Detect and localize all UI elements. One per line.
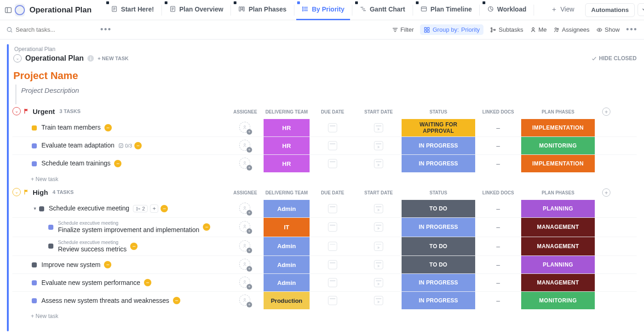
task-main[interactable]: Schedule executive meetingFinalize syste… (12, 218, 227, 237)
status-tag[interactable]: TO DO (402, 256, 475, 273)
priority-badge[interactable]: − (130, 243, 138, 250)
new-task-row[interactable]: + New task (12, 172, 637, 185)
project-description[interactable]: Project Description (15, 85, 637, 104)
assignee-picker[interactable]: + (239, 140, 251, 152)
assignee-picker[interactable]: + (239, 240, 251, 252)
task-main[interactable]: Schedule team trainings− (12, 157, 227, 170)
assignee-picker[interactable]: + (239, 221, 251, 233)
due-date-picker[interactable] (328, 260, 337, 269)
filter-button[interactable]: Filter (392, 26, 414, 33)
new-task-row[interactable]: + New task (12, 309, 637, 322)
plan-phase-tag[interactable]: PLANNING (521, 256, 595, 273)
task-name[interactable]: Improve new system (41, 261, 100, 269)
search-input[interactable] (16, 26, 80, 33)
status-square[interactable] (48, 244, 53, 249)
status-square[interactable] (48, 225, 53, 230)
status-tag[interactable]: IN PROGRESS (402, 292, 475, 309)
column-header[interactable]: LINKED DOCS (475, 109, 521, 114)
delivering-team-tag[interactable]: HR (264, 137, 310, 154)
due-date-picker[interactable] (328, 141, 337, 150)
start-date-picker[interactable] (374, 242, 383, 251)
assignee-picker[interactable]: + (239, 295, 251, 307)
breadcrumb[interactable]: Operational Plan (12, 41, 637, 54)
plan-phase-tag[interactable]: MONITORING (521, 292, 595, 309)
column-header[interactable]: LINKED DOCS (475, 190, 521, 195)
column-header[interactable]: START DATE (356, 109, 402, 114)
column-header[interactable]: STATUS (402, 190, 475, 195)
linked-docs-cell[interactable]: – (496, 205, 500, 212)
status-tag[interactable]: TO DO (402, 237, 475, 256)
plan-phase-tag[interactable]: IMPLEMENTATION (521, 119, 595, 136)
automations-dropdown[interactable] (638, 3, 644, 16)
column-header[interactable]: DUE DATE (310, 109, 356, 114)
subtask-count[interactable]: 2 (133, 205, 148, 212)
start-date-picker[interactable] (374, 296, 383, 305)
status-square[interactable] (39, 206, 44, 211)
space-ring-icon[interactable] (15, 4, 25, 17)
automations-button[interactable]: Automations (585, 3, 634, 17)
start-date-picker[interactable] (374, 141, 383, 150)
start-date-picker[interactable] (374, 123, 383, 132)
priority-badge[interactable]: − (161, 205, 168, 212)
task-name[interactable]: Finalize system improvement and implemen… (58, 226, 199, 234)
status-tag[interactable]: WAITING FOR APPROVAL (402, 119, 475, 136)
delivering-team-tag[interactable]: HR (264, 155, 310, 172)
view-tab-start-here-[interactable]: Start Here! (105, 0, 160, 20)
me-button[interactable]: Me (530, 26, 547, 33)
view-tab-workload[interactable]: Workload (482, 0, 532, 20)
status-tag[interactable]: TO DO (402, 200, 475, 217)
assignee-picker[interactable]: + (239, 203, 251, 215)
add-subtask-button[interactable]: + (150, 204, 158, 213)
column-header[interactable]: DUE DATE (310, 190, 356, 195)
priority-badge[interactable]: − (134, 142, 142, 149)
info-icon[interactable]: i (87, 55, 94, 62)
status-square[interactable] (32, 143, 37, 148)
plan-phase-tag[interactable]: MANAGEMENT (521, 274, 595, 291)
subtasks-button[interactable]: Subtasks (490, 26, 523, 33)
column-header[interactable]: DELIVERING TEAM (264, 109, 310, 114)
due-date-picker[interactable] (328, 159, 337, 168)
group-by-button[interactable]: Group by: Priority (420, 24, 483, 35)
priority-badge[interactable]: − (144, 279, 151, 286)
column-header[interactable]: PLAN PHASES (521, 109, 595, 114)
linked-docs-cell[interactable]: – (496, 124, 500, 131)
status-square[interactable] (32, 298, 37, 303)
task-name[interactable]: Evaluate new system performance (41, 279, 140, 287)
assignee-picker[interactable]: + (239, 277, 251, 289)
due-date-picker[interactable] (328, 222, 337, 232)
linked-docs-cell[interactable]: – (496, 160, 500, 167)
view-tab-by-priority[interactable]: By Priority (296, 0, 350, 20)
delivering-team-tag[interactable]: Admin (264, 237, 310, 256)
status-tag[interactable]: IN PROGRESS (402, 137, 475, 154)
linked-docs-cell[interactable]: – (496, 297, 500, 304)
delivering-team-tag[interactable]: Admin (264, 256, 310, 273)
add-column-button[interactable]: ＋ (602, 108, 610, 116)
task-main[interactable]: Assess new system threats and weaknesses… (12, 295, 227, 307)
add-view-button[interactable]: ＋View (545, 0, 580, 20)
priority-badge[interactable]: − (104, 124, 112, 131)
task-main[interactable]: Evaluate new system performance− (12, 277, 227, 290)
column-header[interactable]: ASSIGNEE (227, 109, 264, 114)
new-task-button[interactable]: + NEW TASK (98, 56, 128, 61)
delivering-team-tag[interactable]: Admin (264, 200, 310, 217)
column-header[interactable]: DELIVERING TEAM (264, 190, 310, 195)
linked-docs-cell[interactable]: – (496, 243, 500, 250)
group-collapse-toggle[interactable]: ⌄ (12, 107, 21, 115)
column-header[interactable]: STATUS (402, 109, 475, 114)
due-date-picker[interactable] (328, 278, 337, 287)
delivering-team-tag[interactable]: Production (264, 292, 310, 309)
column-header[interactable]: START DATE (356, 190, 402, 195)
delivering-team-tag[interactable]: Admin (264, 274, 310, 291)
status-tag[interactable]: IN PROGRESS (402, 218, 475, 237)
toolbar-more-icon[interactable]: ••• (626, 25, 638, 34)
view-tab-plan-overview[interactable]: Plan Overview (164, 0, 229, 20)
task-name[interactable]: Review success metrics (58, 245, 126, 254)
start-date-picker[interactable] (374, 159, 383, 168)
expand-toggle[interactable]: ▼ (32, 206, 38, 211)
column-header[interactable]: ASSIGNEE (227, 190, 264, 195)
project-title[interactable]: Project Name (12, 66, 637, 85)
task-name[interactable]: Assess new system threats and weaknesses (41, 297, 169, 305)
plan-phase-tag[interactable]: MONITORING (521, 137, 595, 154)
priority-badge[interactable]: − (203, 223, 210, 231)
status-square[interactable] (32, 161, 37, 166)
